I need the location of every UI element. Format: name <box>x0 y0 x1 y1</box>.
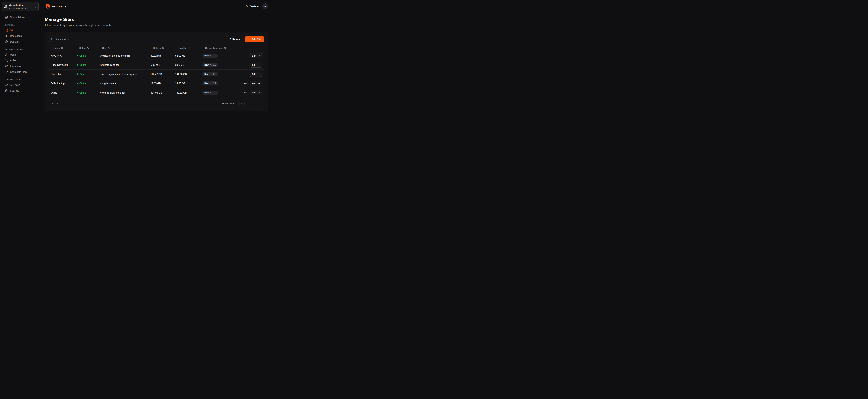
sidebar-resize-handle[interactable] <box>41 72 41 78</box>
page-info: Page 1 of 1 <box>222 102 234 105</box>
connection-badge: Newtv1.3.2 <box>203 54 218 58</box>
sidebar-item-label: Users <box>10 53 17 56</box>
arrow-right-icon <box>258 73 260 75</box>
refresh-button[interactable]: Refresh <box>226 36 244 42</box>
online-dot <box>76 73 78 75</box>
edit-button[interactable]: Edit <box>250 53 262 58</box>
row-menu-button[interactable] <box>244 54 247 57</box>
sidebar-item-invitations[interactable]: Invitations <box>2 63 38 69</box>
cell-status: Online <box>75 91 98 94</box>
sites-table: Name Online Site Data In <box>49 45 264 97</box>
sidebar-item-domains[interactable]: Domains <box>2 39 38 44</box>
cell-data-in: 30.12 MB <box>149 54 174 57</box>
sidebar-item-sites[interactable]: Sites <box>2 27 38 33</box>
cell-name: Home Lab <box>49 73 75 75</box>
table-row: Jeff's Laptop Online smug-brown-rat 12.6… <box>49 79 264 88</box>
edit-button[interactable]: Edit <box>250 90 262 95</box>
column-header-data-in[interactable]: Data In <box>149 47 174 49</box>
edit-button[interactable]: Edit <box>250 62 262 67</box>
cell-connection-type: Newtv1.3.2 <box>201 54 241 58</box>
search-input[interactable] <box>49 36 111 42</box>
sidebar-item-shareable-links[interactable]: Shareable Links <box>2 69 38 75</box>
table-row: Home Lab Online dead-san-joaquin-antelop… <box>49 70 264 79</box>
globe-icon <box>5 40 8 43</box>
sidebar-item-roles[interactable]: Roles <box>2 58 38 63</box>
sidebar-item-label: Shareable Links <box>10 70 27 73</box>
gear-icon <box>5 89 8 92</box>
prev-page-button[interactable] <box>246 101 251 106</box>
connection-badge: Newtv1.3.2 <box>203 63 218 67</box>
section-label-general: GENERAL <box>5 24 38 26</box>
next-page-button[interactable] <box>252 101 257 106</box>
edit-button[interactable]: Edit <box>250 72 262 77</box>
moon-icon <box>245 5 248 8</box>
cell-status: Online <box>75 54 98 57</box>
sidebar-item-label: Settings <box>10 89 19 92</box>
avatar[interactable]: M <box>262 3 268 9</box>
sort-icon <box>61 47 63 49</box>
cell-connection-type: Newtv1.3.2 <box>201 72 241 76</box>
sidebar-item-api-keys[interactable]: API Keys <box>2 82 38 88</box>
table-row: AWS VPC Online vivacious-little-blue-pen… <box>49 51 264 60</box>
search-box <box>49 36 111 42</box>
theme-toggle-button[interactable]: System <box>245 5 259 8</box>
page-content: Manage Sites Allow connectivity to your … <box>41 12 272 111</box>
ellipsis-icon <box>244 54 247 57</box>
key-icon <box>5 84 8 87</box>
server-icon <box>5 16 8 19</box>
page-size-value: 20 <box>52 102 54 105</box>
page-size-select[interactable]: 20 <box>49 100 61 106</box>
arrow-right-icon <box>258 92 260 94</box>
cell-name: Jeff's Laptop <box>49 82 75 85</box>
chevrons-left-icon <box>241 102 243 105</box>
sidebar-item-label: Roles <box>10 59 16 62</box>
sort-icon <box>107 47 110 49</box>
cell-data-out: 3.20 MB <box>174 64 201 66</box>
cell-site: smug-brown-rat <box>98 82 149 85</box>
column-header-data-out[interactable]: Data Out <box>174 47 201 49</box>
row-menu-button[interactable] <box>244 82 247 85</box>
row-menu-button[interactable] <box>244 64 247 66</box>
column-header-online[interactable]: Online <box>75 47 98 49</box>
sidebar-item-users[interactable]: Users <box>2 52 38 58</box>
cell-name: AWS VPC <box>49 54 75 57</box>
sites-card: Refresh Add Site Name <box>45 32 268 111</box>
arrow-right-icon <box>258 55 260 57</box>
sidebar-item-resources[interactable]: Resources <box>2 33 38 39</box>
avatar-initial: M <box>265 5 266 8</box>
cell-connection-type: Newtv1.3.2 <box>201 63 241 67</box>
cell-site: welcome-giant-mole-rat <box>98 91 149 94</box>
column-header-connection-type[interactable]: Connection Type <box>201 47 241 49</box>
cell-name: Edge Device 01 <box>49 64 75 66</box>
add-site-label: Add Site <box>252 38 261 40</box>
row-menu-button[interactable] <box>244 91 247 94</box>
table-row: Office Online welcome-giant-mole-rat 534… <box>49 88 264 97</box>
cell-data-in: 534.98 GB <box>149 91 174 94</box>
cell-data-in: 112.42 GB <box>149 73 174 75</box>
sidebar-item-settings[interactable]: Settings <box>2 88 38 94</box>
add-site-button[interactable]: Add Site <box>245 36 264 42</box>
table-footer: 20 Page 1 of 1 <box>49 100 264 106</box>
theme-toggle-label: System <box>250 5 259 8</box>
edit-button[interactable]: Edit <box>250 81 262 86</box>
last-page-button[interactable] <box>259 101 264 106</box>
cell-status: Online <box>75 73 98 75</box>
sidebar-item-server-admin[interactable]: Server Admin <box>2 14 38 20</box>
table-header-row: Name Online Site Data In <box>49 45 264 51</box>
column-header-site[interactable]: Site <box>98 47 149 49</box>
connection-badge: Newtv1.3.2 <box>203 91 218 95</box>
page-subtitle: Allow connectivity to your network throu… <box>45 24 268 27</box>
sidebar-item-label: Domains <box>10 40 20 43</box>
cell-data-out: 34.80 GB <box>174 82 201 85</box>
user-icon <box>5 53 8 56</box>
brand-name: PANGOLIN <box>52 5 66 8</box>
cell-data-in: 5.00 MB <box>149 64 174 66</box>
org-picker[interactable]: Organization milo@fossorial.io's ... <box>2 2 38 11</box>
sidebar-item-label: Invitations <box>10 65 21 67</box>
column-header-name[interactable]: Name <box>49 47 75 49</box>
sort-icon <box>188 47 191 49</box>
row-menu-button[interactable] <box>244 73 247 76</box>
first-page-button[interactable] <box>239 101 245 106</box>
org-picker-value: milo@fossorial.io's ... <box>9 7 32 10</box>
sidebar-item-label: Resources <box>10 35 22 37</box>
